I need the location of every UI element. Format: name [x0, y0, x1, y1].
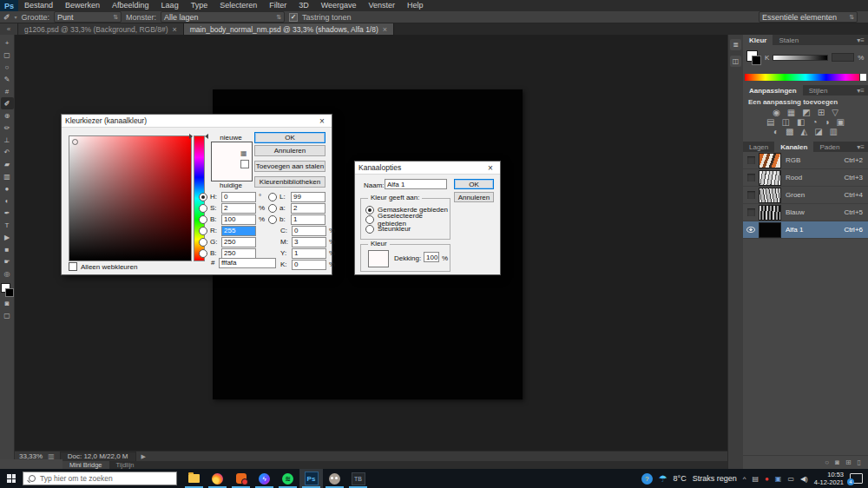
dialog-titlebar[interactable]: Kanaalopties ×	[355, 162, 500, 175]
brush-tool[interactable]: ✏	[1, 122, 14, 134]
value-input[interactable]: 100	[221, 214, 256, 225]
background-color-swatch[interactable]	[5, 288, 14, 297]
curves-icon[interactable]: ◩	[802, 108, 810, 117]
color-field[interactable]	[69, 135, 192, 261]
save-selection-as-channel-icon[interactable]: ◙	[835, 458, 839, 466]
foreground-background-swatches[interactable]	[746, 50, 761, 65]
lasso-tool[interactable]: ○	[1, 61, 14, 73]
white-ramp-end[interactable]	[859, 74, 866, 81]
delete-channel-icon[interactable]: ▯	[858, 458, 861, 466]
workspace-select[interactable]: Essentiële elementen⇅	[759, 11, 858, 23]
spotify-button[interactable]: ≋	[276, 469, 299, 488]
color-libraries-button[interactable]: Kleurenbibliotheken	[254, 176, 326, 188]
menu-item[interactable]: Filter	[263, 0, 293, 11]
radio-button[interactable]	[365, 225, 374, 234]
value-input[interactable]: 255	[221, 226, 256, 236]
menu-item[interactable]: Venster	[363, 0, 402, 11]
new-channel-icon[interactable]: ⊞	[845, 458, 852, 466]
weather-text[interactable]: Straks regen	[693, 474, 737, 483]
cancel-button[interactable]: Annuleren	[254, 145, 326, 156]
channel-row[interactable]: Rood Ctrl+3	[743, 169, 868, 187]
crop-tool[interactable]: #	[1, 85, 14, 97]
tab-timeline[interactable]: Tijdlijn	[109, 461, 141, 469]
color-lookup-icon[interactable]: ▣	[837, 117, 845, 127]
visibility-toggle-icon[interactable]	[745, 155, 757, 167]
invert-icon[interactable]: ◐	[773, 127, 779, 136]
value-input[interactable]: 0	[221, 192, 256, 202]
hex-input[interactable]: fffafa	[219, 258, 276, 268]
zoom-tool[interactable]: ◎	[1, 267, 14, 280]
color-mode-radio[interactable]	[199, 204, 207, 213]
ok-button[interactable]: OK	[454, 179, 494, 189]
channel-name-input[interactable]: Alfa 1	[385, 179, 447, 189]
tray-icon-device[interactable]: ▤	[752, 475, 759, 483]
color-spectrum-ramp[interactable]	[745, 74, 866, 81]
sampling-ring-checkbox[interactable]: ✓	[289, 13, 298, 22]
channel-row[interactable]: Alfa 1 Ctrl+6	[743, 221, 868, 239]
tab-color[interactable]: Kleur	[743, 35, 773, 45]
screen-mode-button[interactable]: ▢	[1, 309, 14, 321]
close-tab-icon[interactable]: ×	[173, 25, 177, 34]
start-button[interactable]	[0, 469, 23, 488]
selective-color-icon[interactable]: ◪	[814, 127, 822, 136]
healing-brush-tool[interactable]: ⊕	[1, 109, 14, 122]
brightness-contrast-icon[interactable]: ◉	[773, 108, 780, 117]
umbrella-weather-icon[interactable]: ☂	[659, 473, 667, 485]
quick-mask-button[interactable]: ◙	[1, 297, 14, 309]
vibrance-icon[interactable]: ▽	[832, 108, 838, 117]
radio-row[interactable]: Geselecteerde gebieden	[365, 214, 450, 224]
color-mode-radio[interactable]	[199, 238, 207, 247]
close-tab-icon[interactable]: ×	[383, 25, 387, 34]
status-arrow-icon[interactable]: ▶	[141, 453, 146, 460]
notification-app-button[interactable]	[229, 469, 253, 488]
tab-channels[interactable]: Kanalen	[774, 142, 813, 152]
gradient-tool[interactable]: ▥	[1, 170, 14, 182]
tab-styles[interactable]: Stijlen	[803, 85, 834, 96]
gimp-button[interactable]	[323, 469, 346, 488]
color-mode-radio[interactable]	[268, 193, 277, 201]
value-input[interactable]: 2	[221, 203, 256, 214]
add-to-swatches-button[interactable]: Toevoegen aan stalen	[254, 161, 326, 172]
levels-icon[interactable]: ▦	[787, 108, 795, 117]
document-tab[interactable]: g1206.psd @ 33,3% (Background, RGB/8#)×	[18, 23, 184, 35]
panel-menu-icon[interactable]: ▾≡	[857, 142, 868, 152]
file-explorer-button[interactable]	[182, 469, 206, 488]
radio-button[interactable]	[365, 215, 374, 224]
channel-row[interactable]: RGB Ctrl+2	[743, 152, 868, 169]
exposure-icon[interactable]: ⊞	[818, 108, 825, 117]
hue-saturation-icon[interactable]: ▤	[766, 117, 774, 127]
menu-item[interactable]: Bestand	[18, 0, 59, 11]
document-tab-active[interactable]: main_body_normal_nm.psd @ 33,3% (shadows…	[184, 23, 394, 35]
load-selection-icon[interactable]: ○	[825, 458, 829, 466]
taskbar-clock[interactable]: 10:53 4-12-2021	[814, 471, 844, 487]
menu-item[interactable]: Bewerken	[59, 0, 106, 11]
channel-row[interactable]: Blauw Ctrl+5	[743, 204, 868, 221]
shape-tool[interactable]: ■	[1, 243, 14, 255]
hand-tool[interactable]: ☛	[1, 255, 14, 267]
type-tool[interactable]: T	[1, 219, 14, 231]
ok-button[interactable]: OK	[254, 132, 326, 143]
hidden-icons-chevron[interactable]: ^	[743, 475, 746, 483]
close-icon[interactable]: ×	[484, 163, 496, 173]
collapse-docs-icon[interactable]: «	[0, 23, 18, 35]
dialog-titlebar[interactable]: Kleurkiezer (kanaalkleur) ×	[62, 115, 332, 128]
eyedropper-preset-icon[interactable]: ✐	[3, 13, 10, 22]
taskbar-search-input[interactable]: Typ hier om te zoeken	[23, 472, 177, 485]
value-input[interactable]: 99	[291, 192, 326, 202]
tab-paths[interactable]: Paden	[813, 142, 845, 152]
value-input[interactable]: 1	[292, 248, 326, 259]
menu-item[interactable]: Afbeelding	[106, 0, 155, 11]
channel-mixer-icon[interactable]: ◑	[824, 117, 829, 127]
eyedropper-tool[interactable]: ✐	[1, 97, 14, 109]
dodge-tool[interactable]: ◐	[1, 195, 14, 207]
network-icon[interactable]: ▭	[787, 475, 794, 483]
menu-item[interactable]: Help	[401, 0, 430, 11]
visibility-toggle-icon[interactable]	[745, 207, 757, 219]
messenger-button[interactable]: ϟ	[253, 469, 276, 488]
gamut-swatch[interactable]	[240, 160, 249, 168]
color-balance-icon[interactable]: ◫	[782, 117, 790, 127]
move-tool[interactable]: +	[1, 36, 14, 49]
close-icon[interactable]: ×	[316, 116, 328, 126]
help-icon[interactable]: ?	[641, 473, 653, 485]
gradient-map-icon[interactable]: ▥	[830, 127, 838, 136]
